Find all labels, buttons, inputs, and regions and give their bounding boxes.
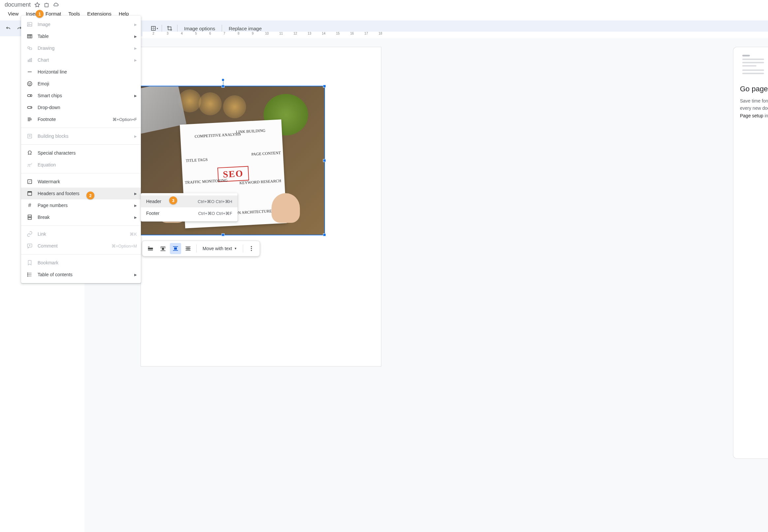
chevron-right-icon: ▶ xyxy=(134,35,137,37)
svg-point-21 xyxy=(29,23,29,24)
chevron-right-icon: ▶ xyxy=(134,23,137,26)
callout-1: 1 xyxy=(36,10,44,18)
table-icon xyxy=(26,33,33,36)
insert-image: Image▶ xyxy=(21,18,141,30)
insert-table[interactable]: Table▶ xyxy=(21,30,141,36)
move-icon[interactable] xyxy=(43,2,50,8)
document-title[interactable]: document xyxy=(5,1,31,8)
cloud-icon[interactable] xyxy=(52,2,59,8)
star-icon[interactable] xyxy=(34,2,41,8)
menu-view[interactable]: View xyxy=(5,10,22,18)
insert-dropdown-menu: Image▶Table▶Drawing▶Chart▶Horizontal lin… xyxy=(21,16,141,36)
image-icon xyxy=(26,21,33,28)
undo-button[interactable] xyxy=(3,23,13,33)
ruler: 23456789101112131415161718 xyxy=(142,32,768,36)
svg-rect-0 xyxy=(45,3,48,7)
